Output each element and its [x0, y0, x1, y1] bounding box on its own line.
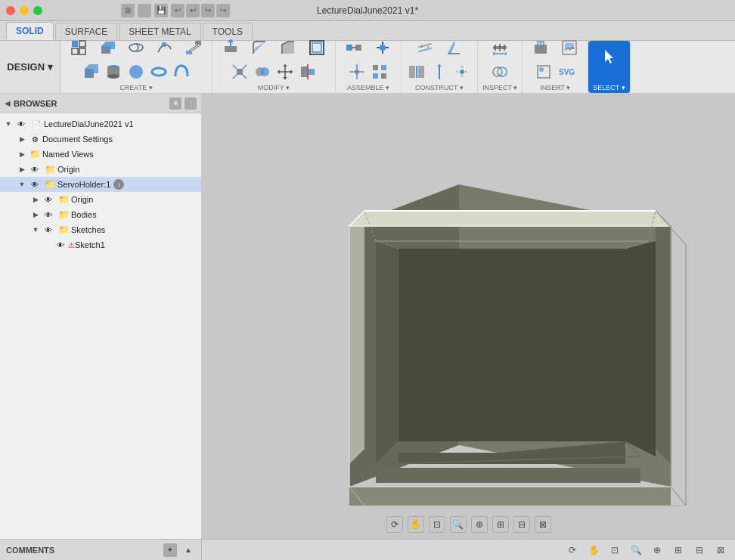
- viewport[interactable]: ⟳ ✋ ⊡ 🔍 ⊕ ⊞ ⊟ ⊠: [202, 94, 735, 539]
- sketches-eye-icon[interactable]: 👁: [42, 224, 54, 236]
- inspect-group: INSPECT ▾: [478, 41, 523, 93]
- offset-plane-button[interactable]: [411, 34, 439, 61]
- decal-button[interactable]: [533, 61, 554, 82]
- point-button[interactable]: [451, 61, 473, 82]
- press-pull-button[interactable]: [217, 34, 244, 61]
- rigid-group-button[interactable]: [369, 61, 390, 82]
- maximize-button[interactable]: [33, 6, 42, 15]
- svg-button[interactable]: SVG: [556, 61, 577, 82]
- status-zoom-fit[interactable]: ⊡: [606, 542, 623, 558]
- browser-add-button[interactable]: ⊕: [169, 97, 181, 110]
- extrude-button[interactable]: [94, 34, 121, 61]
- status-zoom-custom[interactable]: ⊕: [649, 542, 665, 558]
- sketches-toggle[interactable]: ▼: [30, 224, 41, 235]
- status-more[interactable]: ⊠: [712, 542, 729, 558]
- interference-button[interactable]: [489, 61, 510, 82]
- zoom-in-out-button[interactable]: ⊕: [471, 516, 488, 533]
- grid-icon[interactable]: ⊞: [121, 4, 135, 17]
- display-mode-button[interactable]: ⊞: [492, 516, 509, 533]
- comments-expand-button[interactable]: ▲: [181, 543, 195, 557]
- shell-button[interactable]: [303, 34, 330, 61]
- zoom-fit-button[interactable]: ⊡: [429, 516, 445, 533]
- fillet-button[interactable]: [246, 34, 273, 61]
- status-display[interactable]: ⊞: [670, 542, 687, 558]
- midplane-button[interactable]: [406, 61, 427, 82]
- sphere-button[interactable]: [126, 61, 147, 82]
- box-button[interactable]: [80, 61, 101, 82]
- inspect-tools: [486, 34, 513, 61]
- sweep-button[interactable]: [151, 34, 178, 61]
- undo2-icon[interactable]: ↩: [186, 4, 200, 17]
- tree-item-bodies[interactable]: ▶ 👁 📁 Bodies: [0, 207, 201, 222]
- joint-button[interactable]: [369, 34, 396, 61]
- origin-eye-icon[interactable]: 👁: [29, 163, 41, 175]
- torus-button[interactable]: [148, 61, 169, 82]
- tree-item-origin2[interactable]: ▶ 👁 📁 Origin: [0, 192, 201, 207]
- tree-item-origin[interactable]: ▶ 👁 📁 Origin: [0, 162, 201, 177]
- assemble-new-component[interactable]: [340, 34, 368, 61]
- named-views-toggle[interactable]: ▶: [17, 149, 27, 159]
- zoom-button[interactable]: 🔍: [450, 516, 467, 533]
- chamfer-button[interactable]: [274, 34, 302, 61]
- measure-button[interactable]: [486, 34, 513, 61]
- status-zoom[interactable]: 🔍: [628, 542, 644, 558]
- origin2-eye-icon[interactable]: 👁: [42, 193, 54, 206]
- bodies-toggle[interactable]: ▶: [30, 209, 41, 220]
- status-pan[interactable]: ✋: [585, 542, 602, 558]
- redo-icon[interactable]: ↪: [201, 4, 215, 17]
- tree-item-sketches[interactable]: ▼ 👁 📁 Sketches: [0, 222, 201, 237]
- close-button[interactable]: [6, 6, 15, 15]
- cylinder-button[interactable]: [103, 61, 124, 82]
- origin-toggle[interactable]: ▶: [17, 164, 27, 175]
- servoholder-eye-icon[interactable]: 👁: [29, 178, 41, 190]
- view-cube-button[interactable]: ⊠: [535, 516, 551, 533]
- joint-origin-button[interactable]: [346, 61, 368, 82]
- grid-button[interactable]: ⊟: [513, 516, 530, 533]
- redo2-icon[interactable]: ↪: [216, 4, 230, 17]
- root-toggle[interactable]: ▼: [3, 119, 14, 129]
- tree-item-sketch1[interactable]: 👁 ⚠ Sketch1: [0, 237, 201, 252]
- status-orbit[interactable]: ⟳: [564, 542, 581, 558]
- browser-options-button[interactable]: ⋮: [185, 97, 197, 110]
- tree-item-doc-settings[interactable]: ▶ ⚙ Document Settings: [0, 131, 201, 147]
- servoholder-info-icon: i: [113, 179, 124, 190]
- insert-derive-button[interactable]: [527, 34, 554, 61]
- window-title: LectureDialJune2021 v1*: [317, 5, 418, 16]
- pan-button[interactable]: ✋: [408, 516, 424, 533]
- minimize-button[interactable]: [20, 6, 29, 15]
- pipe-button[interactable]: [171, 61, 192, 82]
- revolve-button[interactable]: [122, 34, 150, 61]
- origin2-toggle[interactable]: ▶: [30, 194, 41, 205]
- combine-button[interactable]: [252, 61, 273, 82]
- servoholder-toggle[interactable]: ▼: [17, 179, 27, 190]
- plane-angle-button[interactable]: [440, 34, 467, 61]
- svg-marker-71: [349, 211, 364, 464]
- sketch1-eye-icon[interactable]: 👁: [54, 239, 67, 251]
- orbit-button[interactable]: ⟳: [386, 516, 403, 533]
- tree-item-servoholder[interactable]: ▼ 👁 📁 ServoHolder:1 i: [0, 177, 201, 192]
- comments-add-button[interactable]: +: [163, 543, 177, 557]
- canvas-button[interactable]: [556, 34, 583, 61]
- root-eye-icon[interactable]: 👁: [15, 118, 27, 130]
- browser-collapse-arrow[interactable]: ◀: [5, 99, 11, 107]
- align-button[interactable]: [297, 61, 318, 82]
- tree-label-origin: Origin: [57, 165, 79, 174]
- svg-marker-73: [349, 211, 671, 226]
- design-button[interactable]: DESIGN ▾: [0, 41, 60, 93]
- insert-label: INSERT ▾: [540, 84, 570, 91]
- undo-icon[interactable]: ↩: [171, 4, 185, 17]
- bodies-eye-icon[interactable]: 👁: [42, 209, 54, 221]
- scale-button[interactable]: [229, 61, 250, 82]
- tree-item-root[interactable]: ▼ 👁 📄 LectureDialJune2021 v1: [0, 116, 201, 131]
- select-button[interactable]: [596, 44, 623, 71]
- svg-rect-1: [79, 41, 85, 47]
- save-icon[interactable]: 💾: [154, 4, 168, 17]
- status-grid2[interactable]: ⊟: [691, 542, 708, 558]
- new-component-button[interactable]: [65, 34, 92, 61]
- tree-item-named-views[interactable]: ▶ 📁 Named Views: [0, 147, 201, 162]
- axis-button[interactable]: [429, 61, 450, 82]
- move-button[interactable]: [274, 61, 296, 82]
- doc-settings-toggle[interactable]: ▶: [17, 134, 27, 144]
- tab-solid[interactable]: SOLID: [6, 22, 54, 40]
- loft-button[interactable]: [180, 34, 207, 61]
